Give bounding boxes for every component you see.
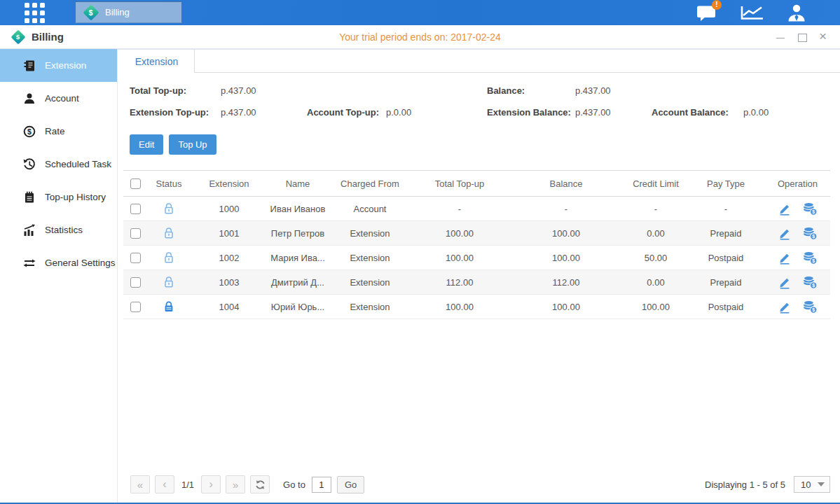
row-checkbox[interactable] — [130, 253, 141, 263]
col-name: Name — [268, 171, 328, 197]
pay-type-cell: - — [687, 197, 765, 221]
tab-extension[interactable]: Extension — [119, 50, 195, 73]
col-operation: Operation — [765, 171, 830, 197]
topup-coins-icon[interactable]: $ — [803, 276, 818, 289]
operation-cell: $ — [765, 197, 830, 221]
unlocked-icon — [163, 202, 174, 215]
minimize-button[interactable] — [776, 32, 785, 42]
select-all-checkbox[interactable] — [130, 178, 141, 189]
extension-cell: 1002 — [191, 246, 268, 270]
extension-balance-value: p.437.00 — [575, 107, 652, 118]
name-cell: Дмитрий Д... — [268, 270, 328, 295]
col-pay-type: Pay Type — [687, 171, 765, 197]
credit-limit-cell: 0.00 — [625, 270, 687, 295]
svg-text:$: $ — [813, 258, 815, 264]
row-checkbox[interactable] — [130, 302, 141, 312]
goto-page-input[interactable] — [312, 477, 331, 493]
sidebar-item-label: Top-up History — [45, 192, 106, 202]
extension-cell: 1004 — [191, 295, 268, 319]
charged-from-cell: Extension — [328, 221, 412, 246]
action-buttons: Edit Top Up — [130, 134, 840, 155]
status-cell — [147, 246, 191, 270]
apps-grid-icon[interactable] — [25, 3, 45, 23]
dollar-circle-icon: $ — [23, 125, 36, 138]
edit-button[interactable]: Edit — [130, 134, 163, 155]
billing-app-icon: $ — [11, 29, 25, 44]
sidebar-item-label: Statistics — [45, 225, 83, 235]
table-row[interactable]: 1000 Иван Иванов Account - - - - — [123, 197, 830, 221]
edit-icon[interactable] — [778, 227, 791, 240]
sidebar-item-extension[interactable]: Extension — [0, 49, 117, 82]
balance-cell: 112.00 — [507, 270, 625, 295]
name-cell: Петр Петров — [268, 221, 328, 246]
close-button[interactable] — [819, 32, 829, 42]
edit-icon[interactable] — [778, 251, 791, 265]
topup-coins-icon[interactable]: $ — [803, 300, 818, 314]
checkbox-cell — [123, 221, 147, 246]
window-controls — [776, 32, 829, 42]
reports-chart-icon[interactable] — [740, 4, 764, 22]
goto-label: Go to — [283, 479, 305, 490]
edit-icon[interactable] — [778, 276, 791, 289]
sidebar-item-scheduled-task[interactable]: Scheduled Task — [0, 148, 117, 181]
status-cell — [147, 270, 191, 295]
balance-cell: 100.00 — [507, 295, 625, 319]
table-row[interactable]: 1004 Юрий Юрь... Extension 100.00 100.00… — [123, 295, 830, 319]
operation-cell: $ — [765, 221, 830, 246]
chevron-down-icon — [818, 482, 825, 486]
sidebar-item-rate[interactable]: $ Rate — [0, 115, 117, 148]
col-total-topup: Total Top-up — [412, 171, 507, 197]
page-size-select[interactable]: 10 — [794, 476, 830, 493]
total-topup-value: p.437.00 — [221, 85, 307, 96]
row-checkbox[interactable] — [130, 228, 141, 239]
pay-type-cell: Prepaid — [687, 270, 765, 295]
credit-limit-cell: 100.00 — [625, 295, 687, 319]
extension-table-body: 1000 Иван Иванов Account - - - - — [123, 197, 830, 319]
go-button[interactable]: Go — [337, 476, 364, 493]
billing-dollar-icon: $ — [83, 4, 99, 20]
sliders-icon — [23, 257, 36, 270]
edit-icon[interactable] — [778, 202, 791, 216]
table-row[interactable]: 1001 Петр Петров Extension 100.00 100.00… — [123, 221, 830, 246]
user-account-icon[interactable] — [787, 3, 806, 22]
sidebar-item-topup-history[interactable]: Top-up History — [0, 181, 117, 214]
previous-page-button[interactable] — [155, 475, 174, 493]
sidebar-item-statistics[interactable]: Statistics — [0, 214, 117, 246]
status-cell — [147, 221, 191, 246]
account-balance-value: p.0.00 — [743, 107, 830, 118]
sidebar-item-account[interactable]: Account — [0, 82, 117, 115]
operation-cell: $ — [765, 295, 830, 319]
topup-coins-icon[interactable]: $ — [803, 251, 818, 265]
taskbar-billing-tab[interactable]: $ Billing — [75, 1, 182, 23]
extension-topup-value: p.437.00 — [221, 107, 307, 118]
first-page-button[interactable] — [130, 475, 150, 493]
row-checkbox[interactable] — [130, 277, 141, 288]
top-up-button[interactable]: Top Up — [169, 134, 216, 155]
table-row[interactable]: 1003 Дмитрий Д... Extension 112.00 112.0… — [123, 270, 830, 295]
notification-badge: ! — [712, 0, 722, 10]
credit-limit-cell: 0.00 — [625, 221, 687, 246]
edit-icon[interactable] — [778, 300, 791, 314]
last-page-button[interactable] — [226, 475, 245, 493]
refresh-icon — [255, 479, 266, 490]
col-charged-from: Charged From — [328, 171, 412, 197]
refresh-button[interactable] — [250, 475, 270, 493]
next-page-button[interactable] — [201, 475, 221, 493]
topup-coins-icon[interactable]: $ — [803, 227, 818, 240]
col-credit-limit: Credit Limit — [625, 171, 687, 197]
messages-icon[interactable]: ! — [696, 4, 717, 22]
extension-cell: 1001 — [191, 221, 268, 246]
displaying-text: Displaying 1 - 5 of 5 — [705, 479, 785, 490]
table-row[interactable]: 1002 Мария Ива... Extension 100.00 100.0… — [123, 246, 830, 270]
unlocked-icon — [163, 251, 174, 264]
sidebar-item-label: Extension — [45, 60, 86, 71]
history-clock-icon — [23, 158, 36, 171]
topup-coins-icon[interactable]: $ — [803, 202, 818, 216]
balance-cell: 100.00 — [507, 221, 625, 246]
system-topbar: $ Billing ! — [0, 0, 840, 25]
sidebar-item-general-settings[interactable]: General Settings — [0, 246, 117, 279]
total-topup-cell: 112.00 — [412, 270, 507, 295]
row-checkbox[interactable] — [130, 204, 141, 214]
pay-type-cell: Prepaid — [687, 221, 765, 246]
maximize-button[interactable] — [797, 32, 807, 42]
